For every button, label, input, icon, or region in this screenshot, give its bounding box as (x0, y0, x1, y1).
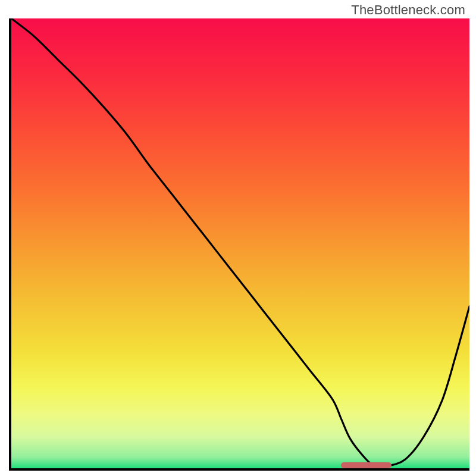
plot-inner (11, 18, 469, 468)
chart-container: TheBottleneck.com (0, 0, 476, 476)
watermark-text: TheBottleneck.com (351, 2, 465, 18)
plot-area (9, 18, 469, 471)
bottleneck-curve (11, 18, 469, 468)
optimal-marker (341, 462, 392, 468)
